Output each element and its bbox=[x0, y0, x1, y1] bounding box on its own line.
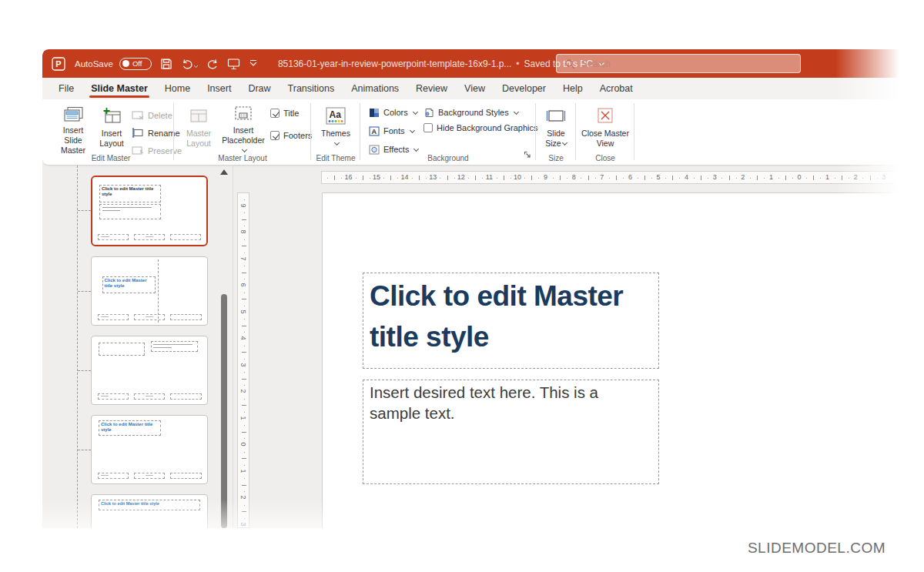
group-edit-master: Insert Slide Master Insert Layout Delete… bbox=[49, 99, 173, 165]
scroll-up-arrow[interactable] bbox=[220, 169, 228, 175]
ruler-tick bbox=[891, 178, 892, 179]
tab-acrobat[interactable]: Acrobat bbox=[591, 78, 641, 99]
autosave-toggle[interactable]: Off bbox=[119, 58, 152, 70]
tab-developer[interactable]: Developer bbox=[494, 78, 554, 99]
group-separator bbox=[535, 103, 536, 160]
group-separator bbox=[310, 103, 311, 160]
footer-placeholder bbox=[98, 393, 129, 400]
group-separator bbox=[360, 103, 360, 160]
themes-button[interactable]: Aa Themes bbox=[316, 102, 355, 154]
slide-thumbnail-1[interactable]: Click to edit Master title style bbox=[91, 176, 208, 246]
search-box[interactable] bbox=[556, 54, 801, 73]
ruler-tick bbox=[729, 176, 730, 180]
background-styles-dropdown[interactable]: Background Styles bbox=[424, 105, 518, 120]
autosave-label: AutoSave bbox=[75, 59, 113, 69]
ruler-number: 6 bbox=[239, 280, 247, 289]
master-layout-button[interactable]: Master Layout bbox=[179, 102, 218, 154]
colors-dropdown[interactable]: Colors bbox=[369, 105, 417, 120]
slideshow-icon-button[interactable] bbox=[227, 58, 240, 70]
group-edit-theme: Aa Themes Edit Theme bbox=[312, 99, 360, 165]
ruler-tick bbox=[327, 178, 328, 179]
tab-home[interactable]: Home bbox=[156, 78, 199, 99]
ruler-tick bbox=[242, 352, 246, 353]
ruler-tick bbox=[242, 273, 246, 273]
ruler-tick bbox=[638, 178, 638, 179]
footer-placeholder bbox=[170, 393, 202, 400]
title-placeholder[interactable]: Click to edit Master title style bbox=[363, 273, 659, 369]
ruler-tick bbox=[736, 178, 737, 179]
undo-button[interactable] bbox=[181, 58, 198, 70]
slide-thumbnail-5[interactable]: Click to edit Master title style bbox=[91, 494, 208, 528]
close-master-view-button[interactable]: Close Master View bbox=[581, 102, 629, 154]
ruler-number: 1 bbox=[239, 467, 247, 476]
slide-thumbnail-4[interactable]: Click to edit Master title style bbox=[91, 415, 208, 484]
insert-layout-button[interactable]: Insert Layout bbox=[94, 102, 129, 154]
powerpoint-app-icon[interactable]: P bbox=[52, 57, 65, 71]
search-icon bbox=[564, 59, 575, 69]
ruler-tick bbox=[242, 511, 246, 512]
ruler-tick bbox=[244, 465, 245, 466]
group-master-layout: Master Layout Insert Placeholder Title F… bbox=[175, 99, 310, 165]
tab-animations[interactable]: Animations bbox=[343, 78, 407, 99]
ruler-tick bbox=[792, 178, 793, 179]
ruler-tick bbox=[595, 178, 596, 179]
ruler-number: 5 bbox=[239, 307, 247, 316]
ruler-tick bbox=[412, 178, 413, 179]
slide-size-icon bbox=[545, 105, 567, 127]
tree-connector bbox=[78, 450, 91, 450]
tab-slide-master[interactable]: Slide Master bbox=[82, 78, 156, 99]
ruler-tick bbox=[242, 379, 246, 380]
ruler-tick bbox=[356, 178, 357, 179]
ruler-tick bbox=[708, 178, 708, 179]
tab-help[interactable]: Help bbox=[554, 78, 591, 99]
quick-access-overflow-button[interactable] bbox=[249, 59, 258, 69]
thumbnail-scrollbar[interactable] bbox=[221, 294, 227, 528]
slide-canvas[interactable]: Click to edit Master title style Insert … bbox=[322, 192, 924, 528]
tab-file[interactable]: File bbox=[50, 78, 82, 99]
ruler-tick bbox=[679, 178, 680, 179]
tab-insert[interactable]: Insert bbox=[199, 78, 239, 99]
vertical-ruler: 9876543210123 bbox=[237, 192, 249, 528]
svg-text:A: A bbox=[372, 128, 377, 135]
ruler-tick bbox=[244, 452, 245, 453]
save-button[interactable] bbox=[160, 58, 172, 70]
colors-icon bbox=[369, 108, 380, 118]
slide-thumbnail-3[interactable] bbox=[91, 336, 208, 405]
ruler-number: 5 bbox=[653, 173, 664, 181]
body-placeholder[interactable]: Insert desired text here. This is a samp… bbox=[363, 380, 659, 484]
ruler-number: 8 bbox=[239, 227, 247, 236]
ruler-tick bbox=[581, 178, 581, 179]
title-checkbox[interactable]: Title bbox=[270, 109, 299, 118]
ruler-tick bbox=[721, 178, 722, 179]
slide-size-button[interactable]: Slide Size bbox=[538, 102, 574, 154]
hide-background-graphics-checkbox[interactable]: Hide Background Graphics bbox=[424, 123, 537, 132]
ruler-tick bbox=[242, 485, 246, 486]
fonts-dropdown[interactable]: A Fonts bbox=[369, 123, 414, 139]
ruler-tick bbox=[390, 176, 391, 180]
group-separator bbox=[575, 103, 576, 160]
ruler-tick bbox=[440, 178, 440, 179]
search-input[interactable] bbox=[581, 59, 766, 69]
thumb-body-placeholder bbox=[99, 204, 161, 219]
tab-review[interactable]: Review bbox=[407, 78, 456, 99]
ruler-tick bbox=[468, 178, 469, 179]
footers-checkbox[interactable]: Footers bbox=[270, 131, 312, 140]
ruler-tick bbox=[244, 399, 245, 400]
autosave-state: Off bbox=[132, 59, 142, 68]
insert-placeholder-button[interactable]: Insert Placeholder bbox=[219, 102, 267, 154]
tab-view[interactable]: View bbox=[456, 78, 494, 99]
checkbox-unchecked-icon bbox=[424, 123, 433, 132]
ruler-tick bbox=[244, 253, 245, 253]
slide-thumbnail-2[interactable]: Click to edit Master title style bbox=[91, 256, 208, 326]
tab-transitions[interactable]: Transitions bbox=[280, 78, 343, 99]
insert-slide-master-button[interactable]: Insert Slide Master bbox=[54, 102, 92, 154]
ruler-tick bbox=[504, 176, 504, 180]
tab-draw[interactable]: Draw bbox=[239, 78, 279, 99]
footer-placeholder bbox=[134, 234, 165, 240]
redo-button[interactable] bbox=[206, 58, 219, 70]
delete-button[interactable]: Delete bbox=[132, 107, 172, 123]
ruler-tick bbox=[849, 178, 849, 179]
ruler-tick bbox=[588, 176, 589, 180]
dialog-launcher-icon[interactable] bbox=[524, 148, 531, 162]
checkbox-checked-icon bbox=[270, 109, 280, 118]
